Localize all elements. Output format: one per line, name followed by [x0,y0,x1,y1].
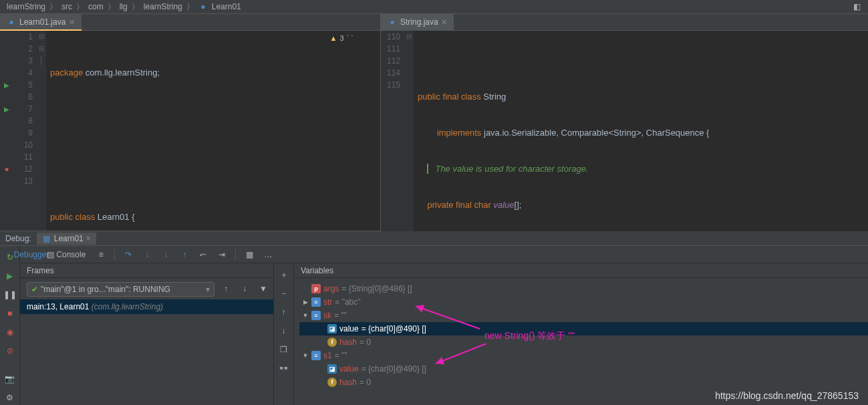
code-right-top[interactable]: public final class String implements jav… [414,31,868,271]
field-icon: ◪ [327,324,337,333]
string-icon: ≡ [311,351,321,360]
class-icon: ● [7,17,16,27]
breadcrumb-src[interactable]: src [61,2,72,11]
step-into-button[interactable]: ↓ [140,247,154,262]
resume-button[interactable]: ▶ [3,269,17,283]
console-icon: ▤ [47,250,54,259]
frames-title: Frames [27,266,54,275]
evaluate-button[interactable]: ▦ [242,247,257,262]
debug-side-toolbar: ↻ ▶ ❚❚ ■ ◉ ⊘ 📷 ⚙ [0,246,20,405]
threads-icon[interactable]: ≡ [94,247,108,262]
var-s1-hash[interactable]: f hash = 0 [299,376,868,389]
editor-right: ● String.java × 110111112 114115 ⊟ publi… [381,14,868,231]
fold-gutter: ⊟⊟│ [37,31,46,231]
close-icon[interactable]: × [69,17,74,27]
variables-title: Variables [301,266,333,275]
drop-frame-button[interactable]: ⤺ [196,247,210,262]
breadcrumb-sep: 〉 [132,1,140,13]
breakpoint-icon[interactable]: ● [4,164,9,174]
breadcrumb-root[interactable]: learnString [7,2,45,11]
filter-button[interactable]: ▼ [256,281,271,296]
breadcrumb-llg[interactable]: llg [120,2,128,11]
variables-panel: Variables p args = {String[0]@486} [] ▶≡… [294,263,868,405]
breadcrumb-class[interactable]: Learn01 [212,2,241,11]
tabbar-right-top: ● String.java × [381,14,868,31]
warnings-badge[interactable]: ▲3 ˆ ˇ [330,32,353,44]
breadcrumb-sep: 〉 [186,1,194,13]
annotation-text: new String() 等效于 "" [484,330,575,342]
debug-run-tab[interactable]: ▦ Learn01 × [37,233,96,245]
settings-icon[interactable]: ⚙ [3,390,17,405]
close-icon[interactable]: × [86,234,91,243]
run-to-cursor-button[interactable]: ⇥ [214,247,229,262]
mute-breakpoints-button[interactable]: ⊘ [3,344,17,358]
tab-learn01[interactable]: ● Learn01.java × [0,14,82,31]
frames-panel: Frames ✔ "main"@1 in gro..."main": RUNNI… [20,263,274,405]
new-watch-button[interactable]: ＋ [277,267,291,282]
var-str[interactable]: ▶≡ str = "abc" [299,295,868,309]
stack-frame[interactable]: main:13, Learn01 (com.llg.learnString) [20,299,273,314]
breadcrumb-com[interactable]: com [88,2,104,11]
var-sk-hash[interactable]: f hash = 0 [299,335,868,349]
prev-frame-button[interactable]: ↑ [219,281,233,296]
code-left[interactable]: ▲3 ˆ ˇ package com.llg.learnString; publ… [46,31,380,231]
user-icon[interactable]: ◧ [852,2,861,11]
run-gutter-icon[interactable]: ▶ [4,82,9,89]
step-out-button[interactable]: ↑ [177,247,192,262]
remove-watch-button[interactable]: － [277,286,291,301]
next-frame-button[interactable]: ↓ [237,281,252,296]
param-icon: p [311,284,321,293]
field-icon: ◪ [327,364,337,374]
line-numbers: 123 456 789 101112 13 [13,31,37,231]
class-icon: ● [388,17,397,27]
breadcrumb: learnString 〉 src 〉 com 〉 llg 〉 learnStr… [0,0,868,13]
step-over-button[interactable]: ↷ [121,247,136,262]
down-button[interactable]: ↓ [277,323,291,338]
copy-button[interactable]: ❐ [277,342,291,357]
debug-label: Debug: [5,234,31,243]
var-s1-value[interactable]: ◪ value = {char[0]@490} [] [299,362,868,376]
breadcrumb-pkg[interactable]: learnString [144,2,182,11]
close-icon[interactable]: × [442,17,447,27]
var-sk[interactable]: ▼≡ sk = "" [299,309,868,322]
view-breakpoints-button[interactable]: ◉ [3,325,17,340]
tab-debugger[interactable]: Debugger [24,247,39,262]
tabbar-left: ● Learn01.java × [0,14,380,31]
pause-button[interactable]: ❚❚ [3,287,17,302]
var-sk-value[interactable]: ◪ value = {char[0]@490} [] [299,322,868,335]
stop-button[interactable]: ■ [3,306,17,321]
breadcrumb-sep: 〉 [108,1,116,13]
breadcrumb-sep: 〉 [76,1,84,13]
breadcrumb-sep: 〉 [49,1,57,13]
up-button[interactable]: ↑ [277,305,291,319]
class-icon: ● [198,2,208,11]
force-step-into-button[interactable]: ↓ [158,247,173,262]
run-gutter-icon[interactable]: ▶ [4,106,9,113]
string-icon: ≡ [311,297,321,307]
camera-icon[interactable]: 📷 [3,372,17,386]
trace-button[interactable]: … [261,247,275,262]
field-icon: f [327,378,337,387]
tab-console[interactable]: ▤ Console [43,247,90,262]
var-s1[interactable]: ▼≡ s1 = "" [299,349,868,362]
tab-label: String.java [400,17,438,27]
thread-select[interactable]: ✔ "main"@1 in gro..."main": RUNNING ▾ [27,282,214,297]
tab-string-top[interactable]: ● String.java × [381,14,454,31]
app-icon: ▦ [42,234,51,243]
show-watches-button[interactable]: 👓 [277,361,291,376]
string-icon: ≡ [311,311,321,320]
var-args[interactable]: p args = {String[0]@486} [] [299,282,868,295]
field-icon: f [327,338,337,347]
editor-left: ● Learn01.java × ▶ ▶ ● 123 456 789 10111… [0,14,381,231]
tab-label: Learn01.java [19,17,65,27]
